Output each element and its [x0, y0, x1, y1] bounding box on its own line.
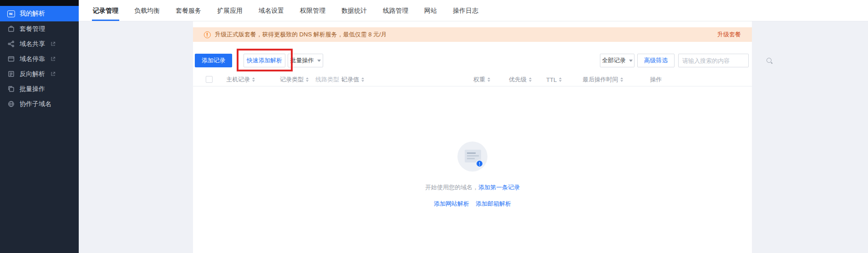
chevron-down-icon [629, 60, 633, 62]
search-input[interactable] [679, 54, 766, 67]
browser-icon [7, 55, 15, 63]
globe-icon [7, 100, 15, 108]
tab-record-management[interactable]: 记录管理 [93, 0, 118, 21]
tab-extensions[interactable]: 扩展应用 [217, 0, 243, 21]
share-icon [7, 40, 15, 48]
external-link-icon [51, 41, 56, 46]
sidebar-item-label: 批量操作 [20, 85, 45, 93]
sidebar-item-label: 域名停靠 [20, 55, 45, 63]
search-box [678, 54, 749, 67]
sidebar-item-plan-management[interactable]: 套餐管理 [0, 21, 79, 36]
sort-icon[interactable] [361, 77, 364, 82]
empty-state-message: 开始使用您的域名，添加第一条记录 [193, 183, 752, 192]
upgrade-banner: 升级正式版套餐，获得更极致的 DNS 解析服务，最低仅需 8 元/月 升级套餐 [193, 27, 752, 42]
column-header-priority: 优先级 [509, 73, 532, 86]
external-link-icon [51, 56, 56, 61]
app-window: W. 我的解析 套餐管理 域名共享 [0, 0, 868, 253]
sidebar-item-label: 反向解析 [20, 70, 45, 78]
sort-icon[interactable] [487, 77, 490, 82]
search-icon[interactable] [766, 57, 773, 64]
sidebar-top-strip [0, 0, 79, 6]
column-header-ttl: TTL [546, 73, 562, 86]
main-area: 记录管理 负载均衡 套餐服务 扩展应用 域名设置 权限管理 数据统计 线路管理 … [79, 0, 868, 253]
empty-state: 开始使用您的域名，添加第一条记录 添加网站解析添加邮箱解析 [193, 142, 752, 208]
sidebar: W. 我的解析 套餐管理 域名共享 [0, 0, 79, 253]
w-badge-icon: W. [7, 10, 15, 18]
add-mail-dns-link[interactable]: 添加邮箱解析 [476, 200, 511, 207]
sidebar-item-label: 域名共享 [20, 40, 45, 48]
sidebar-item-label: 我的解析 [20, 10, 45, 18]
upgrade-plan-link[interactable]: 升级套餐 [717, 30, 741, 39]
bag-icon [7, 25, 15, 33]
empty-records-icon [457, 142, 487, 172]
record-filter-dropdown[interactable]: 全部记录 [600, 54, 635, 67]
tab-load-balancing[interactable]: 负载均衡 [134, 0, 160, 21]
advanced-filter-button[interactable]: 高级筛选 [637, 54, 675, 67]
exclamation-badge-icon [476, 160, 483, 167]
sidebar-item-domain-parking[interactable]: 域名停靠 [0, 51, 79, 66]
doc-icon [7, 70, 15, 78]
sort-icon[interactable] [620, 77, 623, 82]
sidebar-item-collaborative-subdomains[interactable]: 协作子域名 [0, 96, 79, 111]
upgrade-banner-text: 升级正式版套餐，获得更极致的 DNS 解析服务，最低仅需 8 元/月 [215, 30, 387, 39]
tab-line-management[interactable]: 线路管理 [383, 0, 408, 21]
empty-state-quick-links: 添加网站解析添加邮箱解析 [193, 200, 752, 208]
tab-bar: 记录管理 负载均衡 套餐服务 扩展应用 域名设置 权限管理 数据统计 线路管理 … [79, 0, 868, 21]
tab-plan-service[interactable]: 套餐服务 [176, 0, 201, 21]
sort-icon[interactable] [306, 77, 309, 82]
column-header-record-value: 记录值 [341, 73, 364, 86]
column-header-record-type: 记录类型 [280, 73, 309, 86]
sidebar-item-reverse-dns[interactable]: 反向解析 [0, 66, 79, 81]
tab-operation-log[interactable]: 操作日志 [453, 0, 478, 21]
tab-permissions[interactable]: 权限管理 [300, 0, 325, 21]
column-header-actions: 操作 [650, 73, 662, 86]
add-first-record-link[interactable]: 添加第一条记录 [478, 184, 520, 191]
chevron-down-icon [317, 60, 321, 62]
sort-icon[interactable] [559, 77, 562, 82]
external-link-icon [51, 71, 56, 76]
sidebar-item-label: 套餐管理 [20, 25, 45, 33]
sidebar-item-domain-sharing[interactable]: 域名共享 [0, 36, 79, 51]
sidebar-item-batch-operations[interactable]: 批量操作 [0, 81, 79, 96]
tab-domain-settings[interactable]: 域名设置 [259, 0, 284, 21]
tab-statistics[interactable]: 数据统计 [341, 0, 367, 21]
batch-operations-dropdown[interactable]: 批量操作 [288, 54, 323, 67]
content-area: 升级正式版套餐，获得更极致的 DNS 解析服务，最低仅需 8 元/月 升级套餐 … [79, 21, 868, 253]
column-header-line-type: 线路类型 [315, 73, 344, 86]
warning-circle-icon [204, 31, 211, 38]
sidebar-item-label: 协作子域名 [20, 100, 51, 108]
column-header-last-modified: 最后操作时间 [583, 73, 623, 86]
column-header-weight: 权重 [473, 73, 490, 86]
record-panel: 升级正式版套餐，获得更极致的 DNS 解析服务，最低仅需 8 元/月 升级套餐 … [193, 21, 752, 253]
tab-website[interactable]: 网站 [424, 0, 437, 21]
table-header-row: 主机记录 记录类型 线路类型 记录值 [193, 73, 752, 86]
select-all-checkbox[interactable] [206, 76, 213, 83]
column-header-host: 主机记录 [226, 73, 255, 86]
sidebar-item-my-dns[interactable]: W. 我的解析 [0, 6, 79, 21]
sort-icon[interactable] [252, 77, 255, 82]
add-website-dns-link[interactable]: 添加网站解析 [434, 200, 469, 207]
add-record-button[interactable]: 添加记录 [195, 54, 232, 67]
sort-icon[interactable] [529, 77, 532, 82]
copy-icon [7, 85, 15, 93]
quick-add-dns-button[interactable]: 快速添加解析 [244, 54, 285, 67]
